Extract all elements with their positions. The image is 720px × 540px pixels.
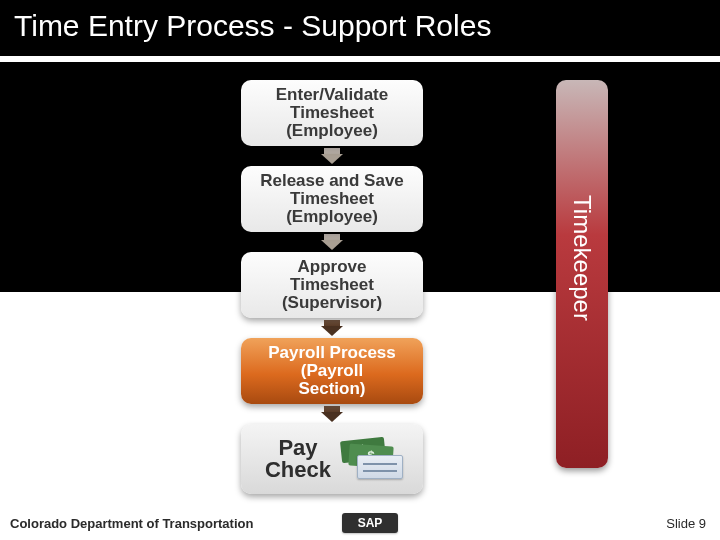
slide-footer: Colorado Department of Transportation SA… [0,506,720,540]
arrow-down-icon [241,148,423,164]
step-text: Enter/Validate Timesheet (Employee) [272,84,392,142]
step-approve: Approve Timesheet (Supervisor) [241,252,423,318]
step-enter-validate: Enter/Validate Timesheet (Employee) [241,80,423,146]
footer-center-wrap: SAP [0,513,720,533]
timekeeper-sidebar: Timekeeper [556,80,608,468]
paycheck-text: Pay Check [265,437,331,481]
timekeeper-label: Timekeeper [568,196,596,322]
footer-slide-number: Slide 9 [666,516,706,531]
step-paycheck: Pay Check $ $ [241,424,423,494]
step-release-save: Release and Save Timesheet (Employee) [241,166,423,232]
arrow-down-icon [241,234,423,250]
step-payroll-process: Payroll Process (Payroll Section) [241,338,423,404]
process-flow: Enter/Validate Timesheet (Employee) Rele… [241,80,423,494]
slide-title: Time Entry Process - Support Roles [14,10,491,42]
step-text: Release and Save Timesheet (Employee) [256,170,408,228]
slide-title-bar: Time Entry Process - Support Roles [0,0,720,56]
arrow-down-icon [241,320,423,336]
footer-center-badge: SAP [342,513,399,533]
step-text: Approve Timesheet (Supervisor) [278,256,386,314]
arrow-down-icon [241,406,423,422]
slide: Time Entry Process - Support Roles Timek… [0,0,720,540]
money-icon: $ $ [341,439,399,479]
check-icon [357,455,403,479]
step-text: Payroll Process (Payroll Section) [264,342,400,400]
